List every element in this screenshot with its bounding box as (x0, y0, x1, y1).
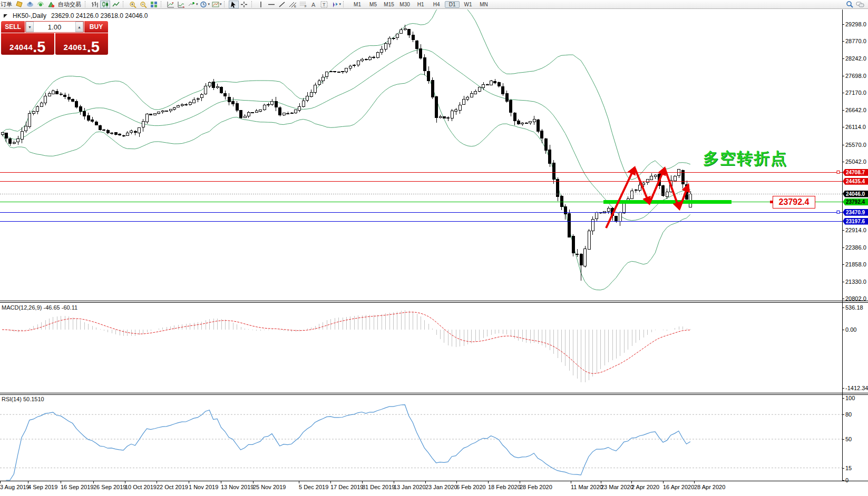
period-clock-icon[interactable] (199, 1, 209, 8)
tf-button-M30[interactable]: M30 (397, 1, 412, 8)
tf-button-M15[interactable]: M15 (382, 1, 396, 8)
fibonacci-icon[interactable]: F (298, 1, 308, 8)
price-tick-label: 22386.0 (845, 244, 866, 251)
candle-body (220, 87, 223, 93)
buy-price-frac: .5 (87, 41, 100, 53)
candle-body (212, 82, 215, 88)
tf-button-H4[interactable]: H4 (429, 1, 444, 8)
zoom-in-icon[interactable] (128, 1, 138, 8)
cursor-icon[interactable] (229, 1, 239, 8)
vertical-line-icon[interactable] (256, 1, 266, 8)
template-icon[interactable] (210, 1, 220, 8)
candle-body (181, 105, 183, 106)
tf-button-D1[interactable]: D1 (445, 1, 460, 8)
candle-body (392, 38, 395, 38)
price-box-handle[interactable] (770, 201, 773, 203)
community-icon[interactable] (25, 1, 35, 8)
bollinger-band-line (2, 49, 690, 221)
sell-price-tile[interactable]: 24044 .5 (1, 33, 54, 55)
text-tool-icon[interactable]: A (309, 1, 319, 8)
tf-button-M1[interactable]: M1 (350, 1, 365, 8)
candle-body (505, 93, 508, 101)
macd-tick-label: -1412.34 (845, 385, 868, 391)
equidistant-channel-icon[interactable]: E (288, 1, 298, 8)
arrows-tool-icon[interactable] (330, 1, 340, 8)
history-center-icon[interactable] (14, 1, 24, 8)
symbol-arrow-icon (3, 14, 8, 18)
autotrade-icon[interactable] (46, 1, 56, 8)
bollinger-band-line (2, 74, 690, 290)
volume-decrease-button[interactable]: ▼ (26, 22, 34, 32)
candle-body (416, 41, 418, 48)
chart-canvas[interactable] (0, 0, 868, 496)
text-label-icon[interactable]: T (319, 1, 329, 8)
candle-body (326, 72, 328, 77)
buy-button[interactable]: BUY (84, 21, 108, 33)
candle-body (588, 231, 590, 249)
horizontal-line-icon[interactable] (267, 1, 277, 8)
strategy-tester-icon[interactable] (165, 1, 175, 8)
profit-chart-icon[interactable] (176, 1, 186, 8)
new-order-button[interactable]: 订单 (0, 1, 14, 8)
candle-body (119, 134, 121, 135)
candle-body (666, 192, 668, 197)
volume-box: ▼ 1.00 ▲ (25, 21, 84, 33)
candle-body (373, 57, 375, 57)
date-tick-label: 28 Apr 2020 (694, 484, 725, 490)
candle-body (353, 65, 356, 66)
bar-chart-icon[interactable] (90, 1, 100, 8)
tf-button-M5[interactable]: M5 (366, 1, 381, 8)
buy-price-tile[interactable]: 24061 .5 (55, 33, 109, 55)
line-handle (837, 211, 840, 213)
date-tick-label: 1 Nov 2019 (189, 484, 218, 490)
candle-body (60, 94, 62, 95)
add-indicator-dropdown-icon[interactable]: ▾ (196, 2, 198, 6)
candle-body (521, 123, 524, 124)
candle-body (502, 87, 504, 94)
candle-body (79, 107, 82, 112)
turning-point-annotation[interactable]: 多空转折点 (703, 148, 787, 170)
candle-body (126, 133, 129, 135)
candle-body (638, 185, 641, 191)
candle-body (420, 49, 422, 58)
template-dropdown-icon[interactable]: ▾ (220, 2, 222, 6)
autotrade-button[interactable]: 自动交易 (56, 1, 83, 8)
sell-button[interactable]: SELL (1, 21, 25, 33)
top-toolbar: 订单 自动交易 ▾ ▾ ▾ E F A T ▾ M (0, 0, 868, 9)
add-indicator-icon[interactable] (187, 1, 197, 8)
line-chart-icon[interactable] (111, 1, 121, 8)
candle-body (173, 107, 175, 110)
search-icon[interactable] (844, 1, 854, 8)
candle-body (650, 176, 653, 180)
candle-body (134, 131, 136, 132)
macd-signal-line (2, 312, 690, 374)
signals-icon[interactable] (35, 1, 45, 8)
candle-body (321, 77, 324, 81)
candle-body (591, 219, 594, 231)
candle-body (560, 196, 563, 206)
candle-body (247, 113, 250, 116)
date-tick-label: 23 Jan 2020 (425, 484, 457, 490)
volume-increase-button[interactable]: ▲ (75, 22, 83, 32)
price-level-box[interactable]: 23792.4 (773, 196, 815, 209)
date-tick-label: 13 Nov 2019 (221, 484, 253, 490)
volume-input[interactable]: 1.00 (34, 22, 75, 32)
tf-button-MN[interactable]: MN (476, 1, 491, 8)
crosshair-icon[interactable] (239, 1, 249, 8)
tile-windows-icon[interactable] (149, 1, 159, 8)
candle-body (498, 83, 500, 86)
trendline-icon[interactable] (277, 1, 287, 8)
candle-body (345, 68, 348, 72)
candlestick-chart-icon[interactable] (100, 1, 110, 8)
tf-button-H1[interactable]: H1 (413, 1, 428, 8)
chat-icon[interactable] (855, 1, 865, 8)
candle-body (596, 212, 598, 219)
arrows-dropdown-icon[interactable]: ▾ (339, 2, 342, 6)
candle-body (486, 85, 489, 85)
candle-body (138, 127, 141, 133)
zoom-out-icon[interactable] (138, 1, 148, 8)
price-tick-label: 20802.0 (845, 295, 866, 302)
tf-button-W1[interactable]: W1 (461, 1, 475, 8)
period-dropdown-icon[interactable]: ▾ (208, 2, 210, 6)
candle-body (91, 120, 94, 122)
